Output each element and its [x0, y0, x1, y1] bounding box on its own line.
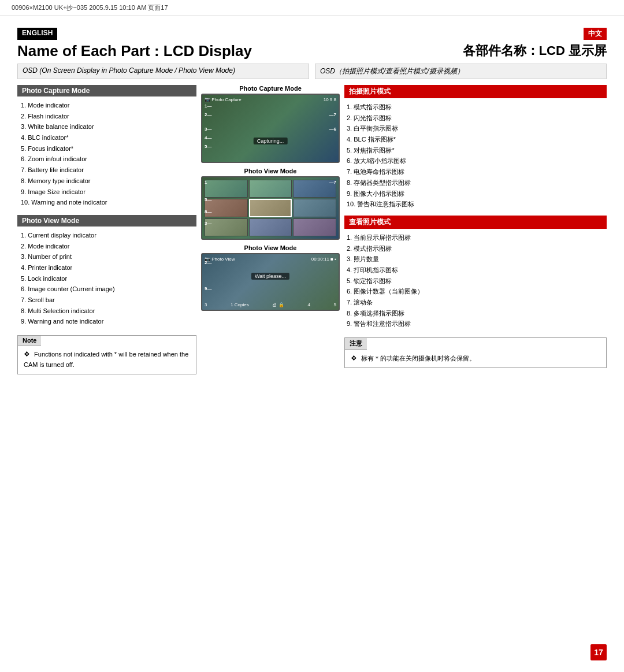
wait-please-label: Wait please...	[251, 273, 289, 280]
num-4: 4—	[205, 135, 211, 140]
capture-cn-item-9: 9. 图像大小指示图标	[347, 188, 607, 199]
view2-topbar: 📷 Photo View 00:00:11 ■ ▪	[205, 257, 336, 262]
photo-view-list-en: 1. Current display indicator2. Mode indi…	[17, 230, 196, 327]
num-v1-8: 8—	[205, 209, 211, 214]
diamond-icon-cn: ❖	[351, 354, 357, 362]
capture-nums-top: 10 9 8	[324, 97, 336, 102]
thumb-1	[205, 180, 248, 198]
view-cn-item-8: 8. 多项选择指示图标	[347, 308, 607, 319]
num-v2-9: 9—	[205, 286, 211, 291]
left-column: Photo Capture Mode 1. Mode indicator2. F…	[17, 85, 196, 374]
thumb-9	[293, 218, 336, 236]
num-2: 2—	[205, 112, 211, 117]
chinese-badge: 中文	[584, 28, 607, 40]
view-en-item-7: 7. Scroll bar	[20, 295, 196, 306]
bottom-num-3: 3	[205, 302, 207, 307]
right-column: 拍摄照片模式 1. 模式指示图标2. 闪光指示图标3. 白平衡指示图标4. BL…	[344, 85, 607, 374]
english-badge: ENGLISH	[17, 28, 57, 40]
page-wrapper: 00906×M2100 UK+抄~035 2005.9.15 10:10 AM …	[0, 0, 624, 672]
photo-capture-mode-section-cn: 拍摄照片模式 1. 模式指示图标2. 闪光指示图标3. 白平衡指示图标4. BL…	[344, 85, 607, 210]
capture-en-item-3: 3. White balance indicator	[20, 121, 196, 132]
view-cn-item-5: 5. 锁定指示图标	[347, 276, 607, 287]
capture-cn-item-5: 5. 对焦指示图标*	[347, 145, 607, 156]
view-en-item-3: 3. Number of print	[20, 251, 196, 262]
bottom-copies: 1 Copies	[231, 302, 249, 307]
main-title-row: Name of Each Part : LCD Display 各部件名称：LC…	[17, 42, 607, 60]
num-v1-7: —7	[329, 180, 336, 185]
view-en-item-4: 4. Printer indicator	[20, 262, 196, 273]
photo-capture-mode-section-en: Photo Capture Mode 1. Mode indicator2. F…	[17, 85, 196, 208]
note-text-cn: 标有＊的功能在关闭摄像机时将会保留。	[361, 355, 476, 362]
photo-capture-mode-header-en: Photo Capture Mode	[17, 85, 196, 96]
num-6: —6	[329, 127, 336, 132]
photo-view-list-cn: 1. 当前显示屏指示图标2. 模式指示图标3. 照片数量4. 打印机指示图标5.…	[344, 232, 607, 329]
view-cn-item-6: 6. 图像计数器（当前图像）	[347, 286, 607, 297]
view-en-item-1: 1. Current display indicator	[20, 230, 196, 241]
header-text: 00906×M2100 UK+抄~035 2005.9.15 10:10 AM …	[12, 3, 168, 12]
photo-view-screen-2: 📷 Photo View 00:00:11 ■ ▪ 2— 9— Wait ple…	[201, 253, 340, 311]
capture-cn-item-1: 1. 模式指示图标	[347, 102, 607, 113]
num-v1-1: 1	[205, 180, 207, 185]
view-cn-item-3: 3. 照片数量	[347, 254, 607, 265]
num-5: 5—	[205, 144, 211, 149]
capture-en-item-8: 8. Memory type indicator	[20, 176, 196, 187]
note-header-en: Note	[18, 336, 41, 346]
page-number-badge: 17	[590, 644, 607, 660]
three-col-layout: Photo Capture Mode 1. Mode indicator2. F…	[17, 85, 607, 374]
capturing-label: Capturing...	[254, 138, 288, 144]
capture-cn-item-7: 7. 电池寿命指示图标	[347, 166, 607, 177]
view-cn-item-7: 7. 滚动条	[347, 297, 607, 308]
view-cn-item-9: 9. 警告和注意指示图标	[347, 318, 607, 329]
num-7: —7	[329, 112, 336, 117]
view1-screen-inner: 1 —7 5— 8— 3—	[202, 177, 339, 239]
main-content: ENGLISH 中文 Name of Each Part : LCD Displ…	[0, 16, 624, 672]
capture-top-left: 📷 Photo Capture	[205, 97, 242, 102]
note-box-en: Note ❖ Functions not indicated with * wi…	[17, 335, 196, 374]
num-v2-2: 2—	[205, 260, 211, 265]
diamond-icon-en: ❖	[24, 350, 30, 358]
view2-bottombar: 3 1 Copies 🖨 🔒 4 5	[205, 302, 336, 307]
view-en-item-6: 6. Image counter (Current image)	[20, 284, 196, 295]
lang-badges-row: ENGLISH 中文	[17, 28, 607, 40]
view2-screen-inner: 📷 Photo View 00:00:11 ■ ▪ 2— 9— Wait ple…	[202, 254, 339, 310]
capture-en-item-2: 2. Flash indicator	[20, 111, 196, 122]
header-strip: 00906×M2100 UK+抄~035 2005.9.15 10:10 AM …	[0, 0, 624, 16]
capture-en-item-7: 7. Battery life indicator	[20, 165, 196, 176]
thumb-8	[249, 218, 292, 236]
capture-cn-item-6: 6. 放大/缩小指示图标	[347, 155, 607, 166]
num-v1-3: 3—	[205, 221, 211, 226]
capture-screen-inner: 📷 Photo Capture 10 9 8 1— 2— 3— 4— 5— —6…	[202, 95, 339, 162]
bottom-num-4: 4	[307, 302, 310, 307]
main-title-chinese: 各部件名称：LCD 显示屏	[463, 42, 607, 60]
view-en-item-9: 9. Warning and note indicator	[20, 316, 196, 327]
capture-topbar: 📷 Photo Capture 10 9 8	[205, 97, 336, 102]
photo-capture-mode-header-cn: 拍摄照片模式	[344, 85, 607, 98]
view-cn-item-4: 4. 打印机指示图标	[347, 265, 607, 276]
thumb-2	[249, 180, 292, 198]
capture-en-item-4: 4. BLC indicator*	[20, 132, 196, 143]
num-v1-5: 5—	[205, 197, 211, 202]
osd-banner-english: OSD (On Screen Display in Photo Capture …	[17, 64, 309, 79]
num-1: 1—	[205, 103, 211, 109]
bottom-icons: 🖨 🔒	[272, 302, 284, 307]
photo-view-mode-section-cn: 查看照片模式 1. 当前显示屏指示图标2. 模式指示图标3. 照片数量4. 打印…	[344, 216, 607, 329]
note-box-cn: 注意 ❖ 标有＊的功能在关闭摄像机时将会保留。	[344, 337, 607, 368]
bottom-num-5: 5	[334, 302, 336, 307]
capture-en-item-1: 1. Mode indicator	[20, 100, 196, 111]
capture-cn-item-4: 4. BLC 指示图标*	[347, 134, 607, 145]
thumb-5-selected	[249, 199, 292, 217]
num-3: 3—	[205, 127, 211, 132]
osd-banner-row: OSD (On Screen Display in Photo Capture …	[17, 64, 607, 79]
photo-capture-screen-label: Photo Capture Mode	[201, 85, 340, 92]
photo-capture-screen: 📷 Photo Capture 10 9 8 1— 2— 3— 4— 5— —6…	[201, 94, 340, 163]
capture-cn-item-10: 10. 警告和注意指示图标	[347, 199, 607, 210]
thumbnail-grid	[202, 177, 339, 239]
capture-cn-item-8: 8. 存储器类型指示图标	[347, 177, 607, 188]
view-cn-item-2: 2. 模式指示图标	[347, 243, 607, 254]
center-column: Photo Capture Mode 📷 Photo Capture 10 9 …	[201, 85, 340, 374]
photo-capture-list-en: 1. Mode indicator2. Flash indicator3. Wh…	[17, 100, 196, 208]
photo-view-screen2-label: Photo View Mode	[201, 244, 340, 251]
view-en-item-8: 8. Multi Selection indicator	[20, 306, 196, 317]
note-header-cn: 注意	[345, 338, 367, 350]
note-text-en: Functions not indicated with * will be r…	[24, 351, 188, 368]
